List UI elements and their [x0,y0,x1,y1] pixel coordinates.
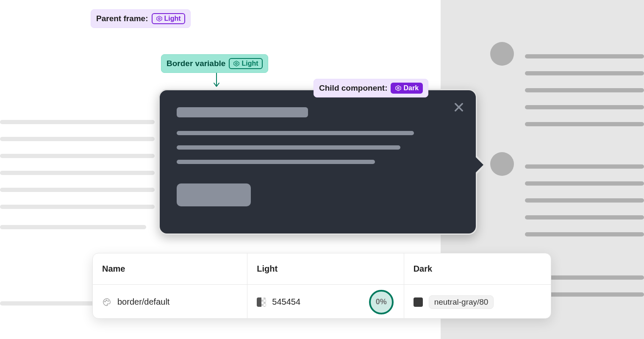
skeleton-line [0,154,155,158]
skeleton-line [525,181,644,186]
skeleton-line [0,188,155,192]
skeleton-avatar [490,42,514,66]
child-component-card [158,89,477,235]
opacity-value: 0% [376,297,387,306]
annotation-border-variable: Border variable Light [161,54,268,73]
svg-point-3 [236,63,237,64]
skeleton-line [0,205,155,209]
skeleton-line [525,105,644,109]
skeleton-line [525,232,644,236]
mode-pill-light: Light [152,13,185,24]
color-swatch-light [257,297,266,307]
mode-pill-dark: Dark [391,83,423,94]
variable-light-cell[interactable]: 545454 0% [247,285,404,319]
mode-pill-light: Light [229,58,262,69]
palette-icon [102,297,111,307]
annotation-parent-frame: Parent frame: Light [91,9,191,28]
variable-name: border/default [117,297,169,307]
svg-point-10 [106,300,107,300]
annotation-label: Border variable [167,59,225,68]
column-header-light: Light [247,253,404,284]
close-icon [453,101,465,113]
mode-name: Light [242,60,258,67]
skeleton-line [177,145,400,150]
skeleton-line [525,88,644,92]
annotation-label: Parent frame: [96,14,148,23]
table-header-row: Name Light Dark [93,253,551,285]
variable-icon [156,15,163,22]
skeleton-line [0,137,155,141]
skeleton-line [177,131,414,135]
arrow-down-icon [214,71,219,88]
skeleton-heading [177,107,308,117]
skeleton-line [525,198,644,203]
variable-icon [233,60,240,67]
color-hex-value: 545454 [272,297,300,307]
skeleton-line [525,164,644,169]
variable-name-cell[interactable]: border/default [93,285,247,319]
tooltip-arrow [475,156,483,173]
color-swatch-dark [414,297,423,307]
svg-marker-0 [157,16,162,21]
close-button[interactable] [452,100,466,114]
column-header-dark: Dark [404,253,551,284]
skeleton-line [177,160,375,164]
opacity-highlight: 0% [369,290,394,314]
mode-name: Light [164,15,181,22]
svg-point-1 [158,18,160,19]
annotation-label: Child component: [319,83,387,93]
variables-table: Name Light Dark border/default 545454 0%… [92,253,551,319]
column-header-name: Name [93,253,247,284]
alias-pill: neutral-gray/80 [429,295,494,309]
svg-point-9 [105,301,105,302]
variable-dark-cell[interactable]: neutral-gray/80 [404,285,551,319]
skeleton-avatar [490,152,514,176]
svg-marker-2 [234,61,239,66]
table-row[interactable]: border/default 545454 0% neutral-gray/80 [93,285,551,319]
skeleton-line [525,215,644,220]
svg-point-11 [108,300,108,301]
skeleton-button[interactable] [177,183,251,206]
svg-point-6 [397,87,399,89]
mode-name: Dark [403,84,419,92]
skeleton-line [525,54,644,58]
skeleton-line [525,122,644,126]
annotation-child-component: Child component: Dark [314,79,428,97]
svg-marker-5 [396,86,401,91]
skeleton-line [0,171,155,175]
skeleton-line [0,225,146,229]
skeleton-line [525,71,644,75]
variable-icon [395,85,402,92]
skeleton-line [0,120,155,124]
